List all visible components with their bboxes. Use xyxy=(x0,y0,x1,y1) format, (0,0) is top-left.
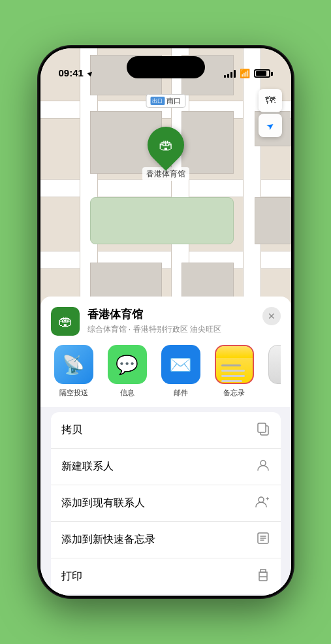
signal-bars xyxy=(224,70,236,78)
action-copy[interactable]: 拷贝 xyxy=(51,412,281,449)
add-notes-icon xyxy=(256,531,270,549)
new-contact-label: 新建联系人 xyxy=(61,460,114,474)
venue-icon: 🏟 xyxy=(51,307,80,336)
share-messages[interactable]: 💬 信息 xyxy=(104,345,150,398)
map-label: 出口 南口 xyxy=(146,94,185,108)
phone-frame: 09:41 ▲ 📶 xyxy=(39,46,293,598)
svg-point-3 xyxy=(259,497,264,502)
print-label: 打印 xyxy=(61,570,82,583)
copy-icon xyxy=(256,421,270,439)
share-airdrop[interactable]: 📡 隔空投送 xyxy=(51,345,97,398)
messages-label: 信息 xyxy=(120,388,134,398)
action-add-existing[interactable]: 添加到现有联系人 + xyxy=(51,485,281,522)
new-contact-icon xyxy=(256,458,270,475)
wifi-icon: 📶 xyxy=(240,69,250,78)
share-mail[interactable]: ✉️ 邮件 xyxy=(158,345,204,398)
airdrop-label: 隔空投送 xyxy=(59,388,88,398)
add-notes-label: 添加到新快速备忘录 xyxy=(61,533,155,547)
action-new-contact[interactable]: 新建联系人 xyxy=(51,449,281,485)
copy-label: 拷贝 xyxy=(61,423,82,437)
map-label-icon: 出口 xyxy=(150,97,165,105)
venue-card: 🏟 香港体育馆 综合体育馆 · 香港特别行政区 油尖旺区 ✕ xyxy=(40,297,291,407)
location-button[interactable]: ➤ xyxy=(259,114,282,137)
svg-rect-1 xyxy=(258,423,266,432)
map-type-button[interactable]: 🗺 xyxy=(259,89,282,112)
svg-rect-9 xyxy=(259,577,267,581)
location-icon: ➤ xyxy=(264,119,276,132)
time-display: 09:41 xyxy=(59,67,84,78)
share-more[interactable]: 提 xyxy=(265,345,281,398)
venue-close-button[interactable]: ✕ xyxy=(262,307,281,325)
map-type-icon: 🗺 xyxy=(265,95,276,106)
action-add-notes[interactable]: 添加到新快速备忘录 xyxy=(51,522,281,558)
map-label-text: 南口 xyxy=(166,96,181,106)
svg-rect-10 xyxy=(260,570,266,572)
pin-venue-icon: 🏟 xyxy=(159,137,173,153)
svg-text:+: + xyxy=(266,496,269,502)
dynamic-island xyxy=(127,56,205,78)
battery-icon xyxy=(254,69,273,78)
share-notes[interactable]: 备忘录 xyxy=(212,345,257,398)
map-background: 出口 南口 🏟 香港体育馆 🗺 ➤ xyxy=(40,48,291,336)
share-row: 📡 隔空投送 💬 信息 ✉️ xyxy=(51,345,281,407)
mail-icon: ✉️ xyxy=(169,354,192,376)
add-existing-icon: + xyxy=(255,494,270,512)
action-print[interactable]: 打印 xyxy=(51,558,281,594)
status-icons: 📶 xyxy=(224,69,273,78)
venue-name: 香港体育馆 xyxy=(87,307,262,322)
mail-label: 邮件 xyxy=(174,388,188,398)
venue-header: 🏟 香港体育馆 综合体育馆 · 香港特别行政区 油尖旺区 ✕ xyxy=(51,307,281,336)
svg-point-2 xyxy=(260,460,266,466)
airdrop-icon: 📡 xyxy=(62,354,85,376)
add-existing-label: 添加到现有联系人 xyxy=(61,496,145,510)
location-arrow-icon: ▲ xyxy=(85,67,97,78)
venue-subtitle: 综合体育馆 · 香港特别行政区 油尖旺区 xyxy=(87,324,262,335)
close-icon: ✕ xyxy=(268,311,276,321)
location-pin: 🏟 香港体育馆 xyxy=(142,127,189,181)
notes-label: 备忘录 xyxy=(223,388,245,398)
messages-icon: 💬 xyxy=(116,354,138,376)
print-icon xyxy=(256,568,270,585)
map-controls: 🗺 ➤ xyxy=(259,89,282,137)
status-time: 09:41 ▲ xyxy=(59,67,95,78)
bottom-sheet: 🏟 香港体育馆 综合体育馆 · 香港特别行政区 油尖旺区 ✕ xyxy=(40,297,291,596)
venue-info: 香港体育馆 综合体育馆 · 香港特别行政区 油尖旺区 xyxy=(87,307,262,335)
action-list: 拷贝 新建联系人 xyxy=(51,412,281,594)
